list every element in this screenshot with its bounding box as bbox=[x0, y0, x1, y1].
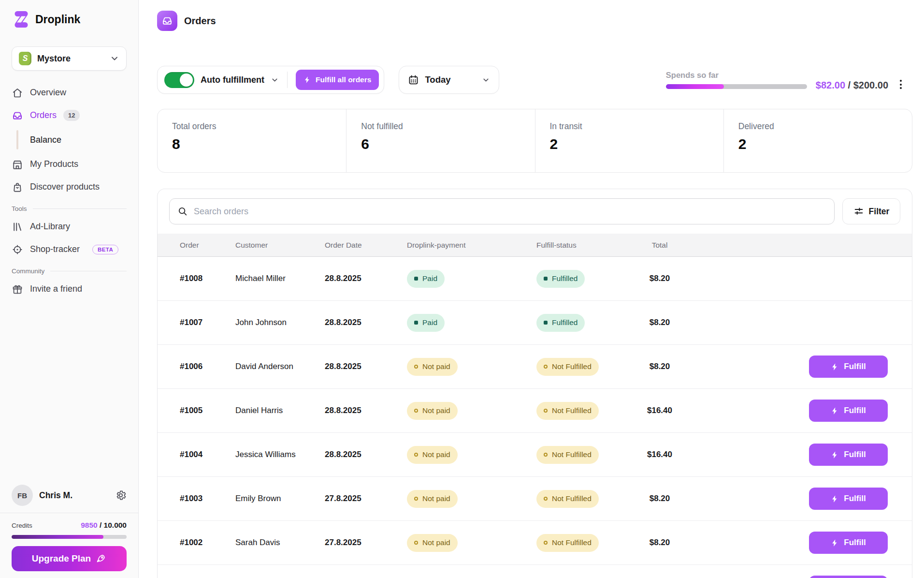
brand: Droplink bbox=[12, 11, 127, 28]
sidebar-item-discover-products[interactable]: Discover products bbox=[12, 176, 127, 198]
credits-value: 9850 / 10.000 bbox=[81, 521, 127, 530]
stat-value: 8 bbox=[172, 136, 332, 152]
droplink-logo bbox=[12, 11, 31, 28]
customer-name: Michael Miller bbox=[235, 274, 325, 283]
table-row: #1007 John Johnson 28.8.2025 Paid Fulfil… bbox=[158, 301, 912, 345]
column-header-total: Total bbox=[633, 241, 686, 250]
sidebar-item-ad-library[interactable]: Ad-Library bbox=[12, 215, 127, 238]
kebab-menu-icon[interactable] bbox=[899, 79, 903, 90]
search-row: Filter bbox=[158, 189, 912, 234]
stat-value: 2 bbox=[550, 136, 709, 152]
date-filter-dropdown[interactable]: Today bbox=[399, 66, 499, 94]
fulfill-button[interactable]: Fulfill bbox=[809, 356, 888, 378]
search-box bbox=[169, 198, 835, 224]
spends-current: $82.00 bbox=[816, 80, 845, 90]
chevron-down-icon bbox=[482, 76, 490, 84]
credits-section: Credits 9850 / 10.000 Upgrade Plan bbox=[0, 513, 138, 571]
table-row: #1006 David Anderson 28.8.2025 Not paid … bbox=[158, 345, 912, 389]
fulfill-all-orders-label: Fulfill all orders bbox=[316, 75, 371, 84]
column-header-order-date: Order Date bbox=[325, 241, 407, 250]
status-dot-icon bbox=[544, 365, 548, 369]
fulfill-status-badge: Not Fulfilled bbox=[536, 490, 599, 508]
inbox-icon bbox=[161, 15, 173, 27]
payment-status-badge: Not paid bbox=[407, 358, 458, 376]
fulfill-button[interactable]: Fulfill bbox=[809, 576, 888, 578]
spends-progress bbox=[666, 84, 807, 89]
fulfill-status-badge: Not Fulfilled bbox=[536, 358, 599, 376]
chevron-down-icon[interactable] bbox=[271, 76, 279, 84]
bolt-icon bbox=[831, 495, 839, 503]
order-date: 28.8.2025 bbox=[325, 450, 407, 459]
sidebar-item-label: Orders bbox=[30, 110, 57, 120]
search-icon bbox=[177, 206, 188, 217]
fulfill-status-badge: Fulfilled bbox=[536, 270, 585, 288]
sidebar-item-orders[interactable]: Orders 12 bbox=[12, 104, 127, 127]
bolt-icon bbox=[831, 451, 839, 459]
fulfill-all-orders-button[interactable]: Fulfill all orders bbox=[296, 70, 379, 90]
status-dot-icon bbox=[544, 409, 548, 413]
sidebar-item-overview[interactable]: Overview bbox=[12, 81, 127, 104]
order-total: $8.20 bbox=[633, 318, 686, 327]
order-date: 28.8.2025 bbox=[325, 318, 407, 327]
section-tools: Tools bbox=[12, 205, 127, 212]
fulfill-status-badge: Fulfilled bbox=[536, 314, 585, 332]
credits-progress bbox=[12, 535, 127, 539]
stat-label: In transit bbox=[550, 121, 709, 132]
upgrade-plan-button[interactable]: Upgrade Plan bbox=[12, 546, 127, 571]
chevron-down-icon bbox=[110, 54, 119, 63]
search-input[interactable] bbox=[194, 207, 826, 217]
order-date: 28.8.2025 bbox=[325, 406, 407, 415]
payment-status-badge: Paid bbox=[407, 270, 445, 288]
credits-label: Credits bbox=[12, 522, 32, 529]
column-header-droplink-payment: Droplink-payment bbox=[407, 241, 536, 250]
sidebar-item-shop-tracker[interactable]: Shop-tracker BETA bbox=[12, 238, 127, 261]
stat-label: Not fulfilled bbox=[361, 121, 520, 132]
payment-status-badge: Not paid bbox=[407, 534, 458, 552]
user-name: Chris M. bbox=[39, 490, 72, 501]
order-total: $8.20 bbox=[633, 362, 686, 371]
bolt-icon bbox=[831, 407, 839, 415]
auto-fulfillment-toggle[interactable] bbox=[164, 72, 194, 88]
sidebar-item-label: Ad-Library bbox=[30, 222, 70, 232]
orders-table-card: Filter Order Customer Order Date Droplin… bbox=[157, 189, 912, 578]
spends-limit: / $200.00 bbox=[845, 80, 888, 90]
sidebar-item-invite-a-friend[interactable]: Invite a friend bbox=[12, 278, 127, 300]
order-date: 28.8.2025 bbox=[325, 362, 407, 371]
status-dot-icon bbox=[544, 541, 548, 545]
spends-values: $82.00 / $200.00 bbox=[816, 80, 888, 91]
column-header-fulfill-status: Fulfill-status bbox=[536, 241, 633, 250]
stat-label: Delivered bbox=[738, 121, 897, 132]
store-selector[interactable]: S Mystore bbox=[12, 46, 127, 71]
stat-in-transit: In transit 2 bbox=[535, 109, 723, 172]
sidebar-item-label: Balance bbox=[30, 135, 61, 145]
customer-name: Daniel Harris bbox=[235, 406, 325, 415]
brand-name: Droplink bbox=[35, 13, 80, 26]
column-header-customer: Customer bbox=[235, 241, 325, 250]
order-id: #1008 bbox=[180, 274, 235, 283]
sidebar-item-label: Discover products bbox=[30, 182, 100, 192]
gear-icon[interactable] bbox=[115, 489, 127, 501]
sidebar-item-label: Shop-tracker bbox=[30, 244, 80, 254]
bolt-icon bbox=[831, 539, 839, 547]
sidebar-item-label: Invite a friend bbox=[30, 284, 82, 294]
fulfill-button[interactable]: Fulfill bbox=[809, 400, 888, 422]
fulfill-button[interactable]: Fulfill bbox=[809, 444, 888, 466]
target-icon bbox=[12, 244, 23, 255]
user-row[interactable]: FB Chris M. bbox=[12, 482, 127, 513]
fulfill-button[interactable]: Fulfill bbox=[809, 488, 888, 510]
order-total: $16.40 bbox=[633, 450, 686, 459]
store-name: Mystore bbox=[37, 54, 71, 64]
sidebar-item-my-products[interactable]: My Products bbox=[12, 153, 127, 176]
divider bbox=[33, 208, 127, 209]
status-dot-icon bbox=[544, 453, 548, 457]
sidebar-item-balance[interactable]: Balance bbox=[12, 127, 127, 153]
stat-value: 6 bbox=[361, 136, 520, 152]
home-icon bbox=[12, 87, 23, 99]
fulfill-button[interactable]: Fulfill bbox=[809, 532, 888, 554]
filter-button[interactable]: Filter bbox=[842, 198, 900, 224]
customer-name: Emily Brown bbox=[235, 494, 325, 504]
payment-status-badge: Not paid bbox=[407, 490, 458, 508]
fulfill-status-badge: Not Fulfilled bbox=[536, 402, 599, 420]
table-row: #1002 Sarah Davis 27.8.2025 Not paid Not… bbox=[158, 521, 912, 565]
order-id: #1005 bbox=[180, 406, 235, 415]
